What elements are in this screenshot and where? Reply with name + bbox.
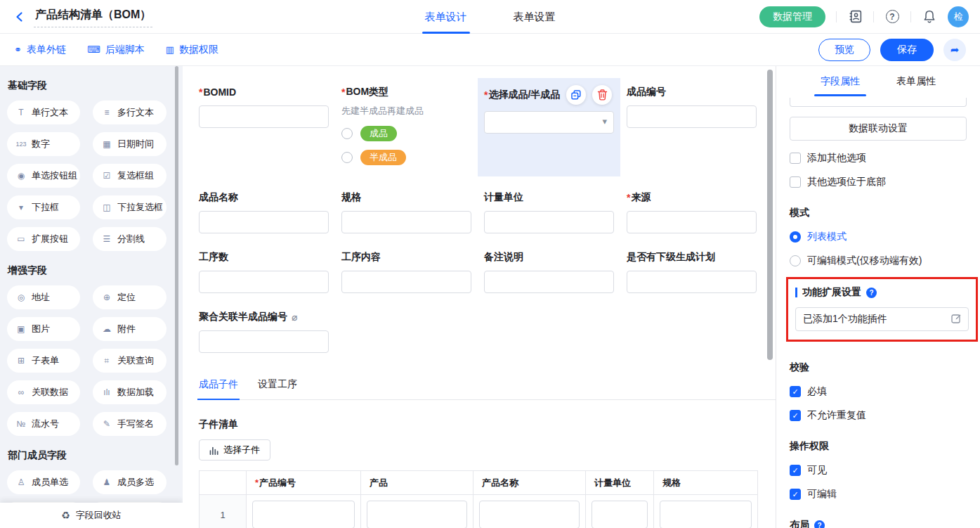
field-chip-single-line-text[interactable]: T单行文本	[7, 101, 80, 124]
process-count-input[interactable]	[199, 271, 329, 293]
source-input[interactable]	[627, 211, 757, 233]
field-chip-multi-dropdown[interactable]: ◫下拉复选框	[93, 195, 166, 219]
field-select-product-selected[interactable]: *选择成品/半成品 ▾	[478, 78, 620, 176]
bell-icon[interactable]	[922, 9, 937, 25]
data-manage-button[interactable]: 数据管理	[759, 6, 825, 27]
checkbox-other-option-bottom[interactable]: 其他选项位于底部	[790, 176, 967, 188]
checkbox-no-duplicate[interactable]: 不允许重复值	[790, 409, 967, 422]
field-source[interactable]: *来源	[620, 191, 763, 233]
field-unit[interactable]: 计量单位	[478, 191, 620, 233]
field-chip-number[interactable]: 123数字	[7, 132, 80, 156]
field-chip-dropdown[interactable]: ▾下拉框	[7, 195, 80, 219]
tab-form-properties[interactable]: 表单属性	[890, 75, 942, 96]
help-badge-icon[interactable]	[866, 288, 877, 298]
field-chip-address[interactable]: ◎地址	[7, 285, 80, 309]
field-chip-subform[interactable]: ⊞子表单	[7, 349, 80, 373]
backend-script-link[interactable]: ⌨ 后端脚本	[87, 44, 145, 56]
field-chip-divider-line[interactable]: ☰分割线	[93, 227, 166, 251]
cell-unit-input[interactable]	[592, 501, 648, 528]
process-content-input[interactable]	[341, 271, 471, 293]
sidebar-scrollbar[interactable]	[175, 66, 178, 465]
tag-finished-product[interactable]: 成品	[360, 126, 397, 141]
checkbox-visible[interactable]: 可见	[790, 464, 967, 477]
field-chip-multi-line-text[interactable]: ≡多行文本	[93, 101, 166, 124]
field-chip-member-single[interactable]: ♙成员单选	[7, 470, 80, 494]
checkbox-editable[interactable]: 可编辑	[790, 488, 967, 501]
field-spec[interactable]: 规格	[335, 191, 478, 233]
has-sub-plan-input[interactable]	[627, 271, 757, 293]
save-button[interactable]: 保存	[880, 39, 934, 61]
field-remark[interactable]: 备注说明	[478, 250, 620, 293]
checkbox-add-other-option[interactable]: 添加其他选项	[790, 152, 967, 165]
help-icon[interactable]: ?	[884, 9, 900, 25]
field-chip-datetime[interactable]: ▦日期时间	[93, 132, 166, 156]
delete-field-button[interactable]	[592, 85, 612, 105]
cell-product-code-input[interactable]	[252, 501, 355, 528]
spec-input[interactable]	[341, 211, 471, 233]
bomid-input[interactable]	[199, 105, 329, 128]
field-chip-signature[interactable]: ✎手写签名	[93, 412, 166, 436]
tab-set-process[interactable]: 设置工序	[258, 378, 297, 399]
table-row: 1	[200, 495, 758, 528]
preview-button[interactable]: 预览	[818, 39, 870, 61]
select-product-dropdown[interactable]: ▾	[484, 111, 614, 134]
help-badge-icon[interactable]	[814, 520, 825, 528]
data-permission-link[interactable]: ▥ 数据权限	[166, 44, 218, 56]
remark-input[interactable]	[484, 271, 614, 293]
cutoff-input[interactable]	[790, 98, 967, 107]
field-chip-location[interactable]: ⊕定位	[93, 285, 166, 309]
cell-spec-input[interactable]	[660, 501, 752, 528]
field-chip-serial-number[interactable]: №流水号	[7, 412, 80, 436]
form-external-link[interactable]: ⚭ 表单外链	[14, 44, 66, 56]
field-chip-radio-group[interactable]: ◉单选按钮组	[7, 164, 80, 188]
field-has-sub-plan[interactable]: 是否有下级生成计划	[620, 250, 763, 293]
bom-type-radio-finished[interactable]	[341, 128, 353, 139]
field-chip-relate-query[interactable]: ⌗关联查询	[93, 349, 166, 373]
field-chip-member-multi[interactable]: ♟成员多选	[93, 470, 166, 494]
field-chip-image[interactable]: ▣图片	[7, 317, 80, 341]
back-icon[interactable]	[11, 8, 28, 25]
contacts-icon[interactable]	[847, 9, 863, 25]
field-product-name[interactable]: 成品名称	[192, 191, 335, 233]
sub-toolbar: ⚭ 表单外链 ⌨ 后端脚本 ▥ 数据权限 预览 保存 ➦	[0, 34, 980, 66]
tab-form-settings[interactable]: 表单设置	[514, 0, 556, 34]
tag-semi-finished-product[interactable]: 半成品	[360, 150, 406, 165]
select-children-button[interactable]: 选择子件	[199, 439, 270, 461]
checkbox-required[interactable]: 必填	[790, 385, 967, 398]
layout-section-title: 布局	[790, 519, 967, 528]
tab-form-design[interactable]: 表单设计	[425, 0, 467, 34]
bom-type-radio-semi[interactable]	[341, 152, 353, 163]
cell-product-input[interactable]	[367, 501, 467, 528]
avatar[interactable]: 检	[948, 6, 969, 27]
script-icon: ⌨	[87, 44, 100, 55]
product-name-input[interactable]	[199, 211, 329, 233]
field-process-count[interactable]: 工序数	[192, 250, 335, 293]
field-chip-relate-data[interactable]: ∞关联数据	[7, 380, 80, 404]
required-mark: *	[255, 477, 259, 488]
product-code-input[interactable]	[627, 105, 757, 128]
data-linkage-button[interactable]: 数据联动设置	[790, 117, 967, 141]
field-process-content[interactable]: 工序内容	[335, 250, 478, 293]
field-bom-type[interactable]: *BOM类型 先建半成品再建成品 成品 半成品	[335, 78, 478, 176]
field-recycle-bin[interactable]: ♻ 字段回收站	[0, 503, 183, 528]
field-chip-data-load[interactable]: ılı数据加载	[93, 380, 166, 404]
field-bomid[interactable]: *BOMID	[192, 78, 335, 176]
field-chip-attachment[interactable]: ☁附件	[93, 317, 166, 341]
tab-field-properties[interactable]: 字段属性	[814, 75, 866, 96]
field-product-code[interactable]: 成品编号	[620, 78, 763, 176]
copy-field-button[interactable]	[566, 85, 586, 105]
radio-editable-mode[interactable]: 可编辑模式(仅移动端有效)	[790, 255, 967, 267]
cell-product-name-input[interactable]	[479, 501, 580, 528]
field-chip-extend-button[interactable]: ▭扩展按钮	[7, 227, 80, 251]
field-chip-checkbox-group[interactable]: ☑复选框组	[93, 164, 166, 188]
field-aggregate-semi-code[interactable]: 聚合关联半成品编号⌀	[192, 310, 335, 353]
canvas-scrollbar[interactable]	[767, 70, 773, 360]
tab-product-children[interactable]: 成品子件	[199, 378, 238, 399]
aggregate-semi-code-input[interactable]	[199, 330, 329, 353]
share-button[interactable]: ➦	[943, 39, 966, 61]
edit-icon[interactable]	[951, 314, 961, 326]
radio-selected-icon	[790, 231, 801, 243]
feature-plugin-field[interactable]: 已添加1个功能插件	[795, 307, 969, 331]
unit-input[interactable]	[484, 211, 614, 233]
radio-list-mode[interactable]: 列表模式	[790, 231, 967, 243]
